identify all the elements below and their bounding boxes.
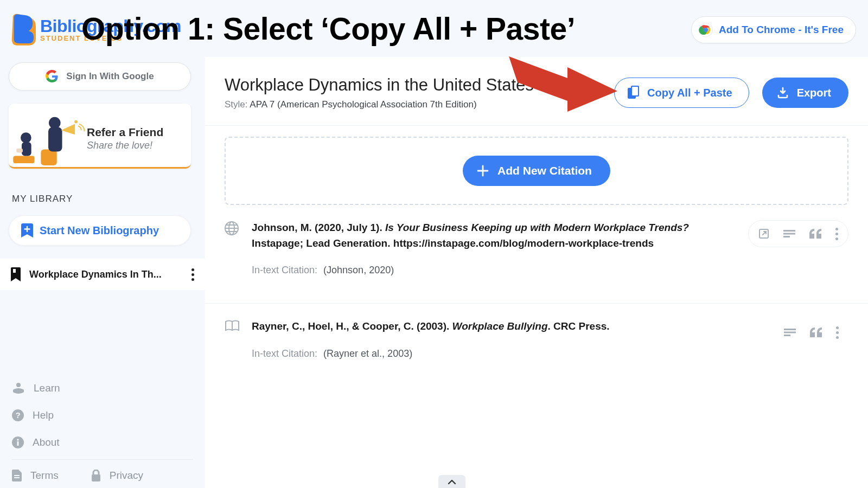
citation-actions [774, 319, 848, 346]
main-content: Workplace Dynamics in the United States … [205, 57, 868, 488]
svg-point-9 [49, 117, 61, 129]
citation-more-icon[interactable] [835, 228, 838, 240]
copy-icon [628, 86, 640, 100]
tutorial-overlay-title: Option 1: Select ‘Copy All + Paste’ [81, 11, 575, 47]
notes-icon[interactable] [784, 329, 796, 336]
quote-icon[interactable] [809, 229, 821, 239]
svg-rect-17 [17, 441, 19, 446]
globe-icon [225, 220, 241, 278]
help-icon: ? [12, 409, 24, 421]
svg-rect-32 [784, 332, 796, 333]
svg-rect-19 [14, 475, 20, 476]
citation-more-icon[interactable] [836, 326, 839, 339]
add-citation-zone: Add New Citation [225, 137, 848, 205]
svg-point-11 [74, 120, 78, 123]
page-title: Workplace Dynamics in the United States [225, 75, 614, 95]
svg-rect-33 [784, 335, 790, 336]
download-icon [776, 86, 789, 99]
sidebar-link-about[interactable]: About [12, 429, 193, 456]
svg-rect-29 [783, 233, 795, 235]
chrome-icon [698, 22, 713, 37]
document-icon [12, 470, 22, 481]
svg-text:?: ? [15, 410, 20, 420]
plus-icon [477, 165, 489, 177]
style-label: Style: [225, 99, 248, 110]
refer-subtitle: Share the love! [87, 140, 163, 151]
citation-row: Rayner, C., Hoel, H., & Cooper, C. (2003… [205, 303, 868, 379]
citation-row: Johnson, M. (2020, July 1). Is Your Busi… [205, 205, 868, 296]
info-icon [12, 436, 24, 448]
learn-icon [12, 382, 25, 394]
google-signin-label: Sign In With Google [66, 71, 154, 82]
citation-style-row[interactable]: Style: APA 7 (American Psychological Ass… [225, 99, 614, 110]
bib-more-menu-icon[interactable] [192, 268, 194, 281]
export-label: Export [797, 87, 831, 99]
svg-rect-7 [16, 148, 23, 152]
copy-all-label: Copy All + Paste [647, 87, 732, 99]
citation-actions [748, 220, 848, 247]
svg-rect-24 [632, 87, 638, 95]
logo-mark-icon [10, 13, 36, 47]
svg-rect-28 [783, 230, 795, 232]
notes-icon[interactable] [783, 230, 795, 237]
svg-rect-31 [784, 329, 796, 330]
citation-text[interactable]: Johnson, M. (2020, July 1). Is Your Busi… [252, 220, 737, 251]
sidebar-link-learn[interactable]: Learn [12, 375, 193, 402]
refer-illustration [12, 111, 87, 166]
start-new-bibliography-button[interactable]: Start New Bibliography [9, 215, 191, 246]
svg-rect-8 [41, 149, 56, 165]
intext-citation: In-text Citation: (Rayner et al., 2003) [252, 346, 763, 361]
svg-rect-10 [48, 127, 62, 151]
svg-rect-4 [13, 156, 34, 163]
book-icon [225, 319, 241, 361]
svg-rect-20 [14, 477, 20, 478]
expand-panel-button[interactable] [438, 475, 465, 488]
sidebar-link-help[interactable]: ? Help [12, 402, 193, 429]
citation-text[interactable]: Rayner, C., Hoel, H., & Cooper, C. (2003… [252, 319, 763, 335]
svg-rect-12 [13, 269, 16, 273]
svg-point-5 [21, 132, 31, 143]
style-value: APA 7 (American Psychological Associatio… [250, 99, 476, 110]
add-to-chrome-label: Add To Chrome - It's Free [719, 24, 844, 36]
google-signin-button[interactable]: Sign In With Google [9, 62, 191, 91]
active-bib-name: Workplace Dynamics In Th... [29, 269, 162, 280]
chevron-up-icon [448, 479, 456, 485]
export-button[interactable]: Export [762, 78, 848, 108]
bookmark-icon [11, 267, 21, 281]
svg-rect-6 [22, 142, 31, 156]
sidebar: Sign In With Google Refer a [0, 57, 205, 488]
start-new-bib-label: Start New Bibliography [40, 224, 159, 237]
svg-rect-21 [92, 474, 100, 481]
copy-all-paste-button[interactable]: Copy All + Paste [614, 78, 749, 108]
add-to-chrome-button[interactable]: Add To Chrome - It's Free [691, 16, 856, 43]
quote-icon[interactable] [810, 328, 822, 337]
add-new-label: Add New Citation [497, 164, 592, 177]
bookmark-plus-icon [21, 223, 33, 237]
refer-friend-card[interactable]: Refer a Friend Share the love! [9, 104, 191, 169]
google-icon [46, 70, 59, 83]
open-link-icon[interactable] [758, 228, 769, 239]
svg-point-18 [17, 439, 19, 441]
lock-icon [91, 470, 101, 481]
sidebar-item-bibliography[interactable]: Workplace Dynamics In Th... [0, 259, 205, 290]
intext-citation: In-text Citation: (Johnson, 2020) [252, 263, 737, 278]
refer-title: Refer a Friend [87, 126, 163, 139]
sidebar-link-terms[interactable]: Terms [12, 465, 59, 486]
svg-rect-30 [783, 236, 790, 237]
add-new-citation-button[interactable]: Add New Citation [463, 156, 610, 186]
my-library-label: MY LIBRARY [12, 194, 196, 204]
svg-point-13 [16, 383, 21, 387]
sidebar-link-privacy[interactable]: Privacy [91, 465, 143, 486]
